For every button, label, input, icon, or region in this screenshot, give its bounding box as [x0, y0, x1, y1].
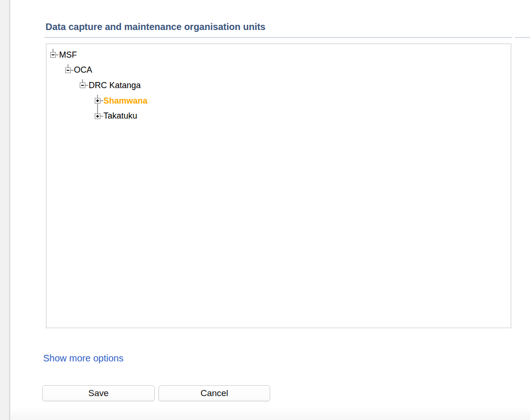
save-button[interactable]: Save — [42, 385, 155, 401]
tree-connector-line — [82, 79, 83, 82]
tree-item-msf: MSF — [46, 47, 511, 63]
button-row: Save Cancel — [42, 385, 270, 401]
tree-item-oca: OCA — [46, 63, 511, 78]
title-underline-right-segment — [515, 37, 530, 38]
tree-connector-line — [68, 64, 68, 68]
expand-toggle-icon[interactable] — [95, 113, 100, 119]
tree-connector-line — [85, 85, 88, 86]
tree-item-label[interactable]: DRC Katanga — [89, 81, 141, 90]
tree-item-takatuku: Takatuku — [46, 108, 511, 124]
cancel-button[interactable]: Cancel — [159, 385, 270, 401]
tree-item-label[interactable]: MSF — [59, 50, 77, 60]
tree-connector-line — [56, 54, 59, 55]
tree-item-drc-katanga: DRC Katanga — [46, 78, 511, 93]
org-unit-tree-panel: MSFOCADRC KatangaShamwanaTakatuku — [46, 44, 511, 328]
tree-connector-line — [100, 100, 103, 101]
show-more-options-link[interactable]: Show more options — [43, 353, 123, 364]
tree-connector-line — [97, 95, 98, 98]
page: Data capture and maintenance organisatio… — [0, 0, 530, 420]
tree-connector-line — [53, 49, 53, 52]
tree-connector-line — [100, 116, 103, 117]
expand-toggle-icon[interactable] — [95, 98, 100, 104]
org-unit-tree: MSFOCADRC KatangaShamwanaTakatuku — [46, 47, 511, 124]
tree-item-label[interactable]: OCA — [74, 65, 92, 75]
tree-item-label[interactable]: Shamwana — [104, 96, 148, 106]
collapse-toggle-icon[interactable] — [80, 82, 85, 88]
collapse-toggle-icon[interactable] — [65, 68, 71, 73]
left-gutter — [0, 0, 9, 420]
footer-strip — [10, 409, 530, 420]
collapse-toggle-icon[interactable] — [50, 52, 56, 58]
tree-item-shamwana: Shamwana — [46, 93, 511, 109]
left-gutter-border — [9, 0, 10, 420]
page-title: Data capture and maintenance organisatio… — [45, 22, 265, 32]
tree-connector-line — [97, 110, 98, 113]
tree-connector-line — [71, 70, 74, 71]
title-underline — [45, 37, 512, 38]
tree-item-label[interactable]: Takatuku — [104, 111, 137, 121]
